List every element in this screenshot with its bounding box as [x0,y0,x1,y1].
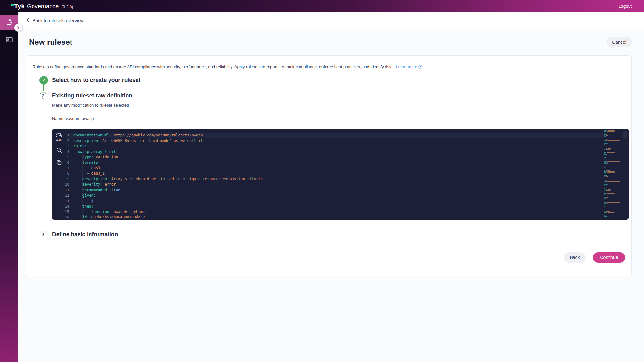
minimap[interactable] [604,130,621,219]
logout-button[interactable]: Logout [619,4,632,9]
scrollbar-thumb[interactable] [623,131,627,138]
footer-divider [30,246,627,246]
step-1-indicator [39,76,48,85]
code-line: 5 type: validation [52,154,604,160]
code-line: 15 - function: owaspArrayLimit [52,209,604,215]
editor-copy-button[interactable] [57,160,62,166]
editor-toolbar: YAML [52,129,66,166]
toggle-icon [56,133,62,138]
editor-search-button[interactable] [56,147,62,154]
step-1-title: Select how to create your ruleset [52,77,140,84]
sidebar-expand-button[interactable] [14,24,22,32]
back-navigation-bar: Back to rulesets overview [18,12,644,29]
page-title: New ruleset [29,38,72,47]
back-button[interactable]: Back [564,252,586,263]
editor-scrollbar[interactable] [622,129,629,220]
line-number: 15 [52,209,69,215]
line-number: 7 [52,165,69,171]
product-name: Governance [27,3,59,10]
code-line: 12 given: [52,193,604,198]
intro-text: Rulesets define governance standards and… [33,64,395,69]
yaml-toggle-label: YAML [56,139,62,141]
code-line: 2description: All OWASP Rules, or 'hard … [52,138,604,144]
wizard-footer: Back Continue [564,252,625,263]
document-shield-icon [5,18,13,27]
step-connector [43,238,43,245]
copy-icon [57,160,62,166]
continue-button[interactable]: Continue [593,252,625,263]
step-2-indicator: 2 [40,92,46,99]
code-line: 1documentationUrl: https://quobix.com/va… [52,133,604,138]
code-line: 8 - oas3_1 [52,171,604,176]
yaml-editor: YAML 1documentationUrl: https://quobix.c… [52,129,629,220]
step-2-subtitle: Make any modification to ruleset selecte… [52,103,129,107]
code-line: 3rules: [52,144,604,149]
line-number: 8 [52,171,69,176]
line-number: 9 [52,176,69,182]
line-number: 10 [52,182,69,187]
back-to-rulesets-link[interactable]: Back to rulesets overview [26,18,84,23]
ruleset-wizard-card: Rulesets define governance standards and… [25,55,632,277]
id-card-icon [5,36,13,45]
cancel-button[interactable]: Cancel [606,37,632,47]
page-header: New ruleset Cancel [18,29,644,55]
code-editor[interactable]: 1documentationUrl: https://quobix.com/va… [52,133,604,220]
code-line: 16 id: 687b64b524b46e000103dc52 [52,215,604,220]
line-number: 14 [52,204,69,209]
step-3-indicator: 3 [40,231,46,237]
line-number: 12 [52,193,69,198]
sidebar [0,12,18,362]
code-line: 13 - $ [52,198,604,204]
chevron-left-icon [26,18,30,23]
step-2-title: Existing ruleset raw definition [52,92,132,99]
ruleset-name-label: Name: vacuum-owasp [52,116,94,121]
version-label: (0.2.0) [62,5,73,9]
code-line: 10 severity: error [52,182,604,187]
code-line: 6 formats: [52,160,604,165]
search-icon [56,147,62,154]
code-line: 11 recommended: true [52,187,604,193]
chevron-right-icon [17,25,20,30]
step-connector [43,85,44,91]
code-line: 14 then: [52,204,604,209]
learn-more-link[interactable]: Learn more [396,64,421,69]
brand-name: Tyk [14,3,24,10]
minimap-line [604,218,621,219]
step-connector [43,99,43,230]
external-link-icon [418,65,422,70]
code-line: 9 description: Array size should be limi… [52,176,604,182]
line-number: 16 [52,215,69,220]
intro-paragraph: Rulesets define governance standards and… [33,64,619,70]
main-content: Back to rulesets overview New ruleset Ca… [18,12,644,362]
code-line: 7 - oas3 [52,165,604,171]
topbar: Tyk Governance (0.2.0) Logout [0,0,644,12]
code-line: 4 owasp-array-limit: [52,149,604,154]
sidebar-item-id-card[interactable] [0,34,18,47]
check-icon [42,78,46,83]
line-number: 11 [52,187,69,193]
tyk-leaf-icon [11,4,14,6]
back-link-label: Back to rulesets overview [33,18,84,23]
line-number: 13 [52,198,69,204]
yaml-toggle[interactable]: YAML [56,133,62,141]
brand-logo: Tyk Governance (0.2.0) [11,3,73,10]
step-3-title: Define basic information [52,231,118,238]
